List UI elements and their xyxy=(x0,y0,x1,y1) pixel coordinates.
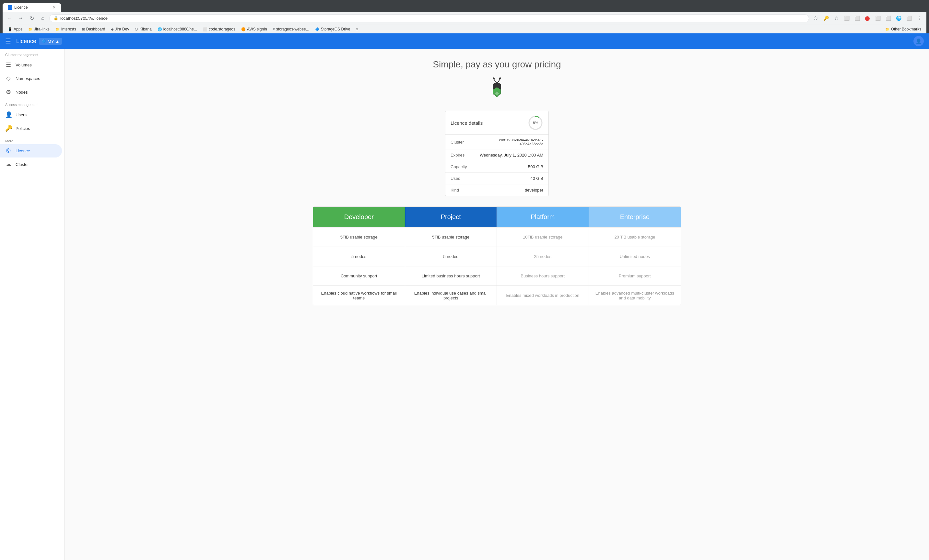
content-area: Simple, pay as you grow pricing xyxy=(65,49,929,560)
developer-nodes: 5 nodes xyxy=(313,246,405,266)
licence-used-label: Used xyxy=(451,176,477,181)
sidebar-item-licence[interactable]: © Licence xyxy=(0,144,62,158)
bookmark-button[interactable]: ☆ xyxy=(832,14,841,23)
active-tab[interactable]: Licence ✕ xyxy=(3,3,61,12)
workspace-selector[interactable]: 🔷 MY ▲ xyxy=(39,38,62,45)
platform-plan-header: Platform xyxy=(497,207,589,227)
extension-3-button[interactable]: ⬤ xyxy=(863,14,872,23)
menu-icon[interactable]: ☰ xyxy=(5,37,11,45)
bookmark-jira-dev[interactable]: ◆ Jira Dev xyxy=(108,26,132,32)
bookmark-localhost-label: localhost:8888/he... xyxy=(163,27,197,31)
extension-4-button[interactable]: ⬜ xyxy=(873,14,882,23)
bookmark-storageos-drive[interactable]: 🔷 StorageOS Drive xyxy=(313,26,353,32)
bookmark-kibana[interactable]: ⬡ Kibana xyxy=(132,26,154,32)
bookmark-jira-dev-label: Jira Dev xyxy=(115,27,129,31)
back-button[interactable]: ← xyxy=(5,14,14,23)
app-container: ☰ Licence 🔷 MY ▲ 👤 Cluster management ☰ … xyxy=(0,34,929,560)
bookmark-other[interactable]: 📁 Other Bookmarks xyxy=(883,26,924,32)
platform-storage: 10TiB usable storage xyxy=(497,227,589,246)
licence-capacity-row: Capacity 500 GiB xyxy=(445,161,549,173)
project-storage: 5TiB usable storage xyxy=(405,227,497,246)
sidebar-licence-label: Licence xyxy=(15,148,30,153)
reload-button[interactable]: ↻ xyxy=(27,14,36,23)
drive-icon: 🔷 xyxy=(315,27,320,31)
address-bar[interactable]: 🔒 localhost:5705/?#/licence xyxy=(49,14,809,22)
sidebar-item-namespaces[interactable]: ◇ Namespaces xyxy=(0,72,62,85)
folder-icon: 📁 xyxy=(55,27,60,31)
bookmarks-bar: 📱 Apps 📁 Jira-links 📁 Interests ⊞ Dashbo… xyxy=(3,24,926,34)
volumes-icon: ☰ xyxy=(5,61,12,68)
extension-7-button[interactable]: ⬜ xyxy=(904,14,914,23)
sidebar-item-nodes[interactable]: ⚙ Nodes xyxy=(0,85,62,99)
link-icon: 🌐 xyxy=(158,27,162,31)
sidebar-item-users[interactable]: 👤 Users xyxy=(0,108,62,121)
platform-plan-name: Platform xyxy=(530,213,555,220)
licence-cluster-value: e081c738-86d4-461a-9561-405c4a23ed3d xyxy=(477,138,543,146)
bee-logo xyxy=(313,76,681,103)
developer-plan-col: Developer 5TiB usable storage 5 nodes Co… xyxy=(313,207,405,305)
sidebar-item-cluster[interactable]: ☁ Cluster xyxy=(0,158,62,171)
project-plan-header: Project xyxy=(405,207,497,227)
licence-capacity-label: Capacity xyxy=(451,164,477,169)
extension-5-button[interactable]: ⬜ xyxy=(884,14,893,23)
project-support: Limited business hours support xyxy=(405,266,497,286)
sidebar-volumes-label: Volumes xyxy=(15,63,32,67)
enterprise-description: Enables advanced multi-cluster workloads… xyxy=(589,286,681,305)
project-description: Enables individual use cases and small p… xyxy=(405,286,497,305)
bookmark-more[interactable]: » xyxy=(353,26,361,32)
sidebar-item-policies[interactable]: 🔑 Policies xyxy=(0,121,62,135)
sidebar-policies-label: Policies xyxy=(15,126,30,131)
bookmark-apps[interactable]: 📱 Apps xyxy=(5,26,25,32)
progress-text: 8% xyxy=(533,121,538,125)
licence-expires-row: Expires Wednesday, July 1, 2020 1:00 AM xyxy=(445,149,549,161)
pricing-table: Developer 5TiB usable storage 5 nodes Co… xyxy=(313,207,681,305)
enterprise-nodes: Unlimited nodes xyxy=(589,246,681,266)
bookmark-storageos-web[interactable]: # storageos-webee... xyxy=(270,26,312,32)
extension-6-button[interactable]: 🌐 xyxy=(894,14,903,23)
folder-icon: 📁 xyxy=(28,27,33,31)
bee-icon xyxy=(484,76,510,102)
developer-plan-name: Developer xyxy=(344,213,374,220)
home-button[interactable]: ⌂ xyxy=(38,14,48,23)
licence-expires-label: Expires xyxy=(451,153,477,158)
circular-progress: 8% xyxy=(528,115,543,131)
bookmark-aws-label: AWS signin xyxy=(247,27,267,31)
enterprise-storage: 20 TiB usable storage xyxy=(589,227,681,246)
bookmark-dashboard-label: Dashboard xyxy=(86,27,105,31)
browser-chrome: Licence ✕ ← → ↻ ⌂ 🔒 localhost:5705/?#/li… xyxy=(0,0,929,34)
tab-title: Licence xyxy=(14,5,28,10)
licence-expires-value: Wednesday, July 1, 2020 1:00 AM xyxy=(477,153,543,158)
sidebar-nodes-label: Nodes xyxy=(15,90,28,95)
folder-icon: 📁 xyxy=(885,27,890,31)
cluster-management-label: Cluster management xyxy=(0,49,64,58)
forward-button[interactable]: → xyxy=(16,14,25,23)
licence-card: Licence details 8% Cluster e081c738-86d4… xyxy=(445,111,549,196)
policies-icon: 🔑 xyxy=(5,125,12,132)
bookmark-dashboard[interactable]: ⊞ Dashboard xyxy=(80,26,108,32)
bookmark-aws[interactable]: 🟠 AWS signin xyxy=(239,26,270,32)
enterprise-plan-header: Enterprise xyxy=(589,207,681,227)
sidebar-item-volumes[interactable]: ☰ Volumes xyxy=(0,58,62,72)
bookmark-localhost[interactable]: 🌐 localhost:8888/he... xyxy=(155,26,200,32)
cluster-icon: ☁ xyxy=(5,161,12,168)
project-plan-name: Project xyxy=(441,213,461,220)
bookmark-jira-links[interactable]: 📁 Jira-links xyxy=(26,26,52,32)
bookmark-jira-links-label: Jira-links xyxy=(34,27,49,31)
licence-kind-label: Kind xyxy=(451,188,477,193)
cast-button[interactable]: ⬡ xyxy=(811,14,820,23)
menu-button[interactable]: ⋮ xyxy=(915,14,924,23)
tab-close-button[interactable]: ✕ xyxy=(52,5,56,10)
key-button[interactable]: 🔑 xyxy=(822,14,831,23)
developer-plan-header: Developer xyxy=(313,207,405,227)
nodes-icon: ⚙ xyxy=(5,89,12,96)
extension-2-button[interactable]: ⬜ xyxy=(852,14,862,23)
access-management-label: Access management xyxy=(0,99,64,108)
bookmark-code-storageos[interactable]: ⬜ code.storageos xyxy=(200,26,238,32)
grid-icon: ⊞ xyxy=(82,27,85,31)
bookmark-storageos-web-label: storageos-webee... xyxy=(276,27,309,31)
extension-1-button[interactable]: ⬜ xyxy=(842,14,851,23)
bookmark-interests-label: Interests xyxy=(61,27,76,31)
header-avatar[interactable]: 👤 xyxy=(914,36,924,46)
bookmark-interests[interactable]: 📁 Interests xyxy=(53,26,79,32)
bookmark-apps-label: Apps xyxy=(14,27,22,31)
